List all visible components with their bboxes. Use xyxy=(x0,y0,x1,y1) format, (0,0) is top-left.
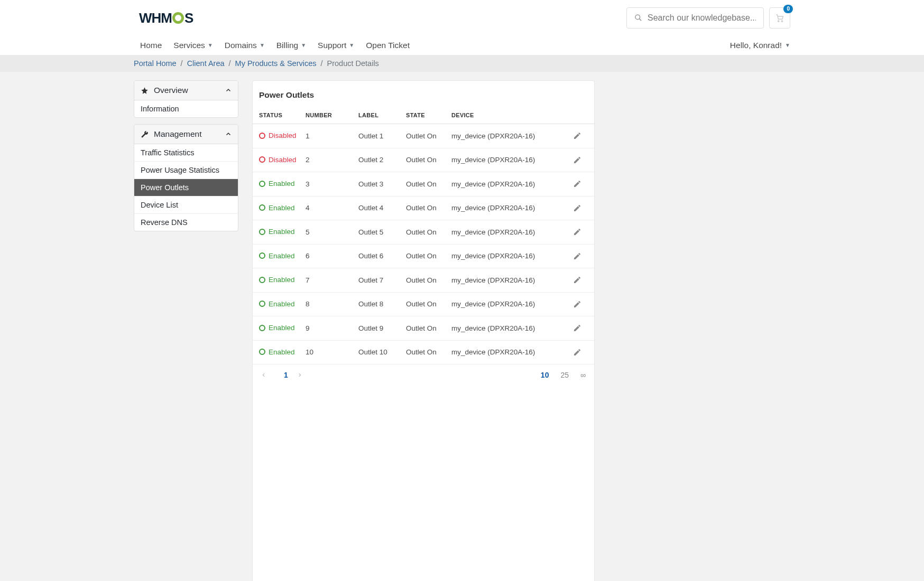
management-header[interactable]: Management xyxy=(134,125,238,144)
col-label[interactable]: LABEL xyxy=(358,107,406,124)
page-size-25[interactable]: 25 xyxy=(560,371,569,379)
edit-button[interactable] xyxy=(573,292,594,316)
page-number[interactable]: 1 xyxy=(279,371,293,379)
edit-button[interactable] xyxy=(573,196,594,220)
management-panel: Management Traffic StatisticsPower Usage… xyxy=(134,124,238,231)
cell-state: Outlet On xyxy=(406,148,451,172)
col-number[interactable]: NUMBER xyxy=(306,107,358,124)
table-row: Enabled9Outlet 9Outlet Onmy_device (DPXR… xyxy=(253,316,594,341)
sidebar-item-power-outlets[interactable]: Power Outlets xyxy=(134,179,238,196)
nav-label: Domains xyxy=(225,41,257,50)
status-badge: Enabled xyxy=(259,228,295,236)
status-ring-icon xyxy=(259,156,265,163)
prev-page[interactable] xyxy=(261,372,275,378)
table-row: Enabled4Outlet 4Outlet Onmy_device (DPXR… xyxy=(253,196,594,220)
next-page[interactable] xyxy=(297,372,311,378)
chevron-up-icon xyxy=(225,131,232,137)
search-icon xyxy=(634,14,642,22)
chevron-down-icon: ▼ xyxy=(260,42,265,48)
cell-device: my_device (DPXR20A-16) xyxy=(451,196,573,220)
cell-state: Outlet On xyxy=(406,172,451,196)
cell-state: Outlet On xyxy=(406,292,451,316)
cell-number: 6 xyxy=(306,244,358,268)
nav-billing[interactable]: Billing▼ xyxy=(276,41,306,50)
cell-device: my_device (DPXR20A-16) xyxy=(451,172,573,196)
chevron-down-icon: ▼ xyxy=(208,42,213,48)
edit-button[interactable] xyxy=(573,148,594,172)
nav-home[interactable]: Home xyxy=(140,41,162,50)
svg-point-3 xyxy=(781,20,782,21)
status-badge: Enabled xyxy=(259,276,295,284)
status-ring-icon xyxy=(259,252,265,259)
cell-state: Outlet On xyxy=(406,196,451,220)
nav-support[interactable]: Support▼ xyxy=(318,41,354,50)
management-title: Management xyxy=(154,129,201,139)
cell-device: my_device (DPXR20A-16) xyxy=(451,292,573,316)
status-badge: Enabled xyxy=(259,324,295,332)
edit-button[interactable] xyxy=(573,316,594,341)
logo[interactable]: WHMS xyxy=(139,11,193,25)
sidebar-item-traffic-statistics[interactable]: Traffic Statistics xyxy=(134,144,238,161)
status-ring-icon xyxy=(259,301,265,307)
edit-button[interactable] xyxy=(573,244,594,268)
cell-number: 10 xyxy=(306,340,358,364)
nav-domains[interactable]: Domains▼ xyxy=(225,41,265,50)
col-status[interactable]: STATUS xyxy=(253,107,306,124)
cart-badge: 0 xyxy=(783,5,793,13)
cell-device: my_device (DPXR20A-16) xyxy=(451,220,573,245)
pagination: 1 1025∞ xyxy=(253,364,594,388)
overview-panel: Overview Information xyxy=(134,80,238,118)
status-badge: Enabled xyxy=(259,252,295,260)
status-ring-icon xyxy=(259,349,265,355)
edit-button[interactable] xyxy=(573,220,594,245)
page-size-10[interactable]: 10 xyxy=(541,371,549,379)
edit-button[interactable] xyxy=(573,268,594,293)
status-ring-icon xyxy=(259,204,265,211)
status-badge: Disabled xyxy=(259,132,297,139)
wrench-icon xyxy=(141,130,149,138)
breadcrumb-link[interactable]: Portal Home xyxy=(134,59,177,68)
status-badge: Enabled xyxy=(259,204,295,212)
cell-label: Outlet 5 xyxy=(358,220,406,245)
cell-number: 4 xyxy=(306,196,358,220)
sidebar-item-reverse-dns[interactable]: Reverse DNS xyxy=(134,213,238,231)
status-badge: Enabled xyxy=(259,300,295,308)
cell-number: 9 xyxy=(306,316,358,341)
breadcrumb-link[interactable]: Client Area xyxy=(187,59,225,68)
nav-open-ticket[interactable]: Open Ticket xyxy=(366,41,410,50)
status-badge: Disabled xyxy=(259,156,297,164)
cell-state: Outlet On xyxy=(406,244,451,268)
nav-label: Home xyxy=(140,41,162,50)
table-row: Enabled7Outlet 7Outlet Onmy_device (DPXR… xyxy=(253,268,594,293)
cart-button[interactable]: 0 xyxy=(769,7,790,29)
cell-label: Outlet 10 xyxy=(358,340,406,364)
status-badge: Enabled xyxy=(259,180,295,188)
breadcrumb-link[interactable]: My Products & Services xyxy=(235,59,317,68)
table-row: Disabled1Outlet 1Outlet Onmy_device (DPX… xyxy=(253,124,594,148)
col-device[interactable]: DEVICE xyxy=(451,107,573,124)
user-menu[interactable]: Hello, Konrad! ▼ xyxy=(730,41,790,50)
sidebar-item-power-usage-statistics[interactable]: Power Usage Statistics xyxy=(134,161,238,179)
edit-button[interactable] xyxy=(573,124,594,148)
nav-services[interactable]: Services▼ xyxy=(173,41,212,50)
cell-label: Outlet 6 xyxy=(358,244,406,268)
cell-state: Outlet On xyxy=(406,268,451,293)
status-ring-icon xyxy=(259,133,265,139)
search-input[interactable] xyxy=(648,13,756,23)
sidebar-item-device-list[interactable]: Device List xyxy=(134,196,238,213)
status-ring-icon xyxy=(259,277,265,283)
overview-header[interactable]: Overview xyxy=(134,81,238,100)
star-icon xyxy=(141,87,149,95)
sidebar-item-information[interactable]: Information xyxy=(134,100,238,117)
chevron-up-icon xyxy=(225,87,232,93)
page-size-∞[interactable]: ∞ xyxy=(580,371,586,379)
status-ring-icon xyxy=(259,229,265,235)
cell-number: 1 xyxy=(306,124,358,148)
cell-device: my_device (DPXR20A-16) xyxy=(451,268,573,293)
cell-device: my_device (DPXR20A-16) xyxy=(451,244,573,268)
edit-button[interactable] xyxy=(573,172,594,196)
col-state[interactable]: STATE xyxy=(406,107,451,124)
edit-button[interactable] xyxy=(573,340,594,364)
cell-label: Outlet 1 xyxy=(358,124,406,148)
cell-state: Outlet On xyxy=(406,316,451,341)
